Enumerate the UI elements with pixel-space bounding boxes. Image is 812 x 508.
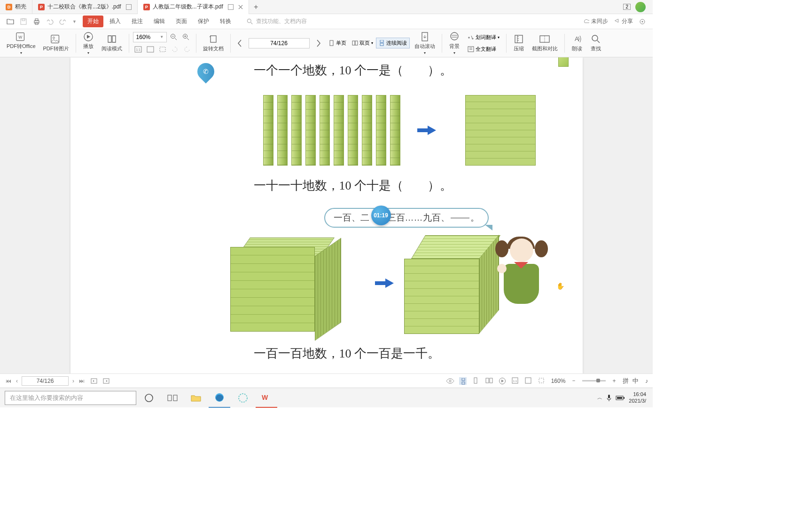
save-icon[interactable]: [20, 18, 27, 25]
compress-button[interactable]: 压缩: [510, 32, 527, 54]
sync-status[interactable]: 未同步: [583, 17, 608, 25]
location-pin-icon: ✆: [197, 63, 214, 85]
fit-width-status-icon[interactable]: 1:1: [512, 377, 519, 385]
timer-badge[interactable]: 01:19: [371, 206, 391, 225]
last-page-icon[interactable]: ⏭: [78, 378, 86, 384]
search-icon: [247, 18, 253, 25]
new-tab-button[interactable]: +: [249, 3, 263, 11]
maximize-icon[interactable]: [126, 4, 132, 10]
tab-doc-2-active[interactable]: P 人教版二年级数...子课本.pdf: [138, 0, 249, 14]
menu-annotate[interactable]: 批注: [127, 16, 148, 27]
single-page-button[interactable]: 单页: [326, 38, 349, 48]
zoom-out-icon[interactable]: [169, 32, 179, 42]
continuous-read-button[interactable]: 连续阅读: [376, 38, 410, 48]
redo-icon[interactable]: [59, 18, 67, 25]
mic-tray-icon[interactable]: [606, 394, 612, 402]
zoom-out-status-icon[interactable]: －: [571, 377, 577, 385]
svg-rect-18: [160, 47, 165, 52]
continuous-view-icon[interactable]: [459, 377, 467, 385]
windows-search-input[interactable]: 在这里输入你要搜索的内容: [5, 391, 136, 405]
snip-compare-button[interactable]: 截图和对比: [529, 32, 561, 54]
print-icon[interactable]: [33, 18, 40, 25]
zoom-in-status-icon[interactable]: ＋: [611, 377, 617, 385]
status-page-input[interactable]: 74/126: [22, 376, 69, 386]
find-button[interactable]: 查找: [587, 32, 604, 54]
fit-width-icon[interactable]: 1:1: [133, 44, 143, 55]
app-icon-1[interactable]: [232, 388, 254, 408]
background-button[interactable]: 背景▾: [446, 30, 463, 57]
text-line-2: 一十一十地数，10 个十是（ ）。: [254, 177, 453, 194]
double-page-button[interactable]: 双页▾: [349, 38, 376, 48]
fit-page-icon[interactable]: [145, 44, 156, 55]
menu-convert[interactable]: 转换: [215, 16, 236, 27]
menu-search[interactable]: 查找功能、文档内容: [247, 17, 307, 25]
page-number-input[interactable]: 74/126: [249, 38, 310, 48]
full-translate-button[interactable]: 全文翻译: [465, 44, 502, 55]
read-aloud-button[interactable]: A 朗读: [569, 32, 586, 54]
file-explorer-icon[interactable]: [185, 388, 207, 408]
marquee-icon[interactable]: [538, 377, 546, 385]
first-page-icon[interactable]: ⏮: [5, 378, 12, 384]
folder-icon[interactable]: [7, 18, 14, 25]
svg-rect-23: [380, 40, 383, 42]
speech-bubble: 一百、二百、三百……九百、。: [324, 208, 489, 228]
prev-page-icon[interactable]: ‹: [15, 378, 19, 384]
svg-point-34: [449, 380, 451, 382]
text-line-3: 一百一百地数，10 个一百是一千。: [254, 345, 440, 362]
menu-insert[interactable]: 插入: [105, 16, 125, 27]
history-back-icon[interactable]: [90, 377, 98, 385]
menu-start[interactable]: 开始: [83, 16, 103, 27]
dropdown-arrow-icon[interactable]: ▼: [72, 19, 77, 24]
rotate-left-icon[interactable]: [170, 44, 180, 55]
zoom-slider[interactable]: [582, 380, 606, 381]
menu-page[interactable]: 页面: [171, 16, 192, 27]
history-forward-icon[interactable]: [102, 377, 110, 385]
play-view-icon[interactable]: [499, 377, 506, 385]
select-icon[interactable]: [157, 44, 168, 55]
double-view-icon[interactable]: [485, 377, 493, 385]
svg-point-31: [592, 35, 598, 41]
document-canvas[interactable]: ✆ 一个一个地数，10 个一是（ ）。 一十一十地数，10 个十是（ ）。 一百…: [0, 57, 653, 373]
notification-badge[interactable]: 2: [623, 4, 631, 10]
svg-text:W: W: [18, 34, 22, 39]
close-icon[interactable]: [238, 5, 243, 9]
eye-icon[interactable]: [446, 377, 453, 385]
fit-page-status-icon[interactable]: [525, 377, 532, 385]
play-button[interactable]: 播放▾: [80, 30, 97, 57]
auto-scroll-button[interactable]: 自动滚动▾: [412, 30, 438, 57]
menu-protect[interactable]: 保护: [193, 16, 214, 27]
rotate-right-icon[interactable]: [182, 44, 192, 55]
pdf-to-office-button[interactable]: W PDF转Office▾: [4, 30, 39, 57]
user-avatar[interactable]: [635, 2, 646, 12]
settings-icon[interactable]: [639, 18, 646, 25]
word-translate-button[interactable]: 划词翻译▾: [465, 32, 502, 43]
menu-edit[interactable]: 编辑: [149, 16, 170, 27]
next-page-icon[interactable]: ›: [71, 378, 75, 384]
zoom-in-icon[interactable]: [181, 32, 191, 42]
wps-icon[interactable]: W: [256, 388, 277, 408]
cortana-icon[interactable]: [138, 388, 160, 408]
battery-tray-icon[interactable]: [616, 395, 625, 401]
tray-expand-icon[interactable]: ︿: [597, 394, 602, 401]
task-view-icon[interactable]: [162, 388, 183, 408]
reading-mode-button[interactable]: 阅读模式: [99, 32, 125, 54]
undo-icon[interactable]: [46, 18, 54, 25]
svg-rect-24: [380, 43, 383, 46]
ime-indicator[interactable]: 拼 中: [623, 377, 640, 385]
tab-daoke[interactable]: D 稻壳: [0, 0, 32, 14]
clock-tray[interactable]: 16:04 2021/3/: [629, 391, 648, 404]
rotate-doc-button[interactable]: 旋转文档: [200, 32, 226, 54]
single-view-icon[interactable]: [472, 377, 480, 385]
tab-doc-1[interactable]: P 十二校联合《教育...2版》.pdf: [32, 0, 138, 14]
edge-browser-icon[interactable]: [209, 388, 230, 408]
zoom-select[interactable]: 160%▼: [133, 32, 167, 42]
prev-page-icon[interactable]: [234, 38, 245, 48]
next-page-icon[interactable]: [313, 38, 324, 48]
maximize-icon[interactable]: [228, 4, 234, 10]
volume-icon[interactable]: ♪: [645, 378, 648, 384]
svg-rect-54: [624, 397, 625, 399]
share-button[interactable]: 分享: [614, 17, 633, 25]
svg-rect-43: [525, 378, 531, 383]
status-zoom-value[interactable]: 160%: [551, 378, 566, 384]
pdf-to-image-button[interactable]: PDF转图片: [40, 32, 72, 54]
